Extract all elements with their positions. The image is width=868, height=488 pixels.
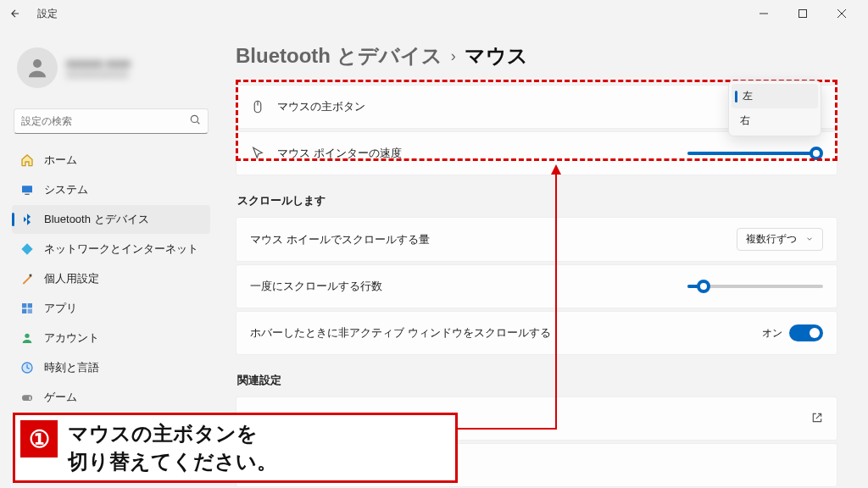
sidebar-item-label: ゲーム: [44, 390, 77, 405]
sidebar-item-label: 時刻と言語: [44, 360, 99, 375]
sidebar-item-home[interactable]: ホーム: [12, 146, 210, 175]
primary-button-option-right[interactable]: 右: [732, 108, 818, 133]
sidebar-item-network[interactable]: ネットワークとインターネット: [12, 235, 210, 263]
svg-rect-9: [30, 274, 32, 277]
gaming-icon: [20, 391, 34, 404]
svg-point-5: [191, 115, 198, 122]
section-title-scroll: スクロールします: [237, 193, 837, 208]
row-label: ホバーしたときに非アクティブ ウィンドウをスクロールする: [250, 325, 750, 341]
avatar: [17, 47, 58, 88]
user-email: XXXXXXXXXX: [66, 69, 131, 80]
title-bar: 設定: [0, 0, 868, 27]
sidebar-item-label: 個人用設定: [44, 271, 99, 286]
breadcrumb-parent[interactable]: Bluetooth とデバイス: [236, 42, 442, 69]
accounts-icon: [20, 331, 34, 345]
system-icon: [20, 183, 34, 197]
cursor-icon: [250, 146, 265, 161]
close-button[interactable]: [822, 0, 861, 27]
maximize-button[interactable]: [783, 0, 822, 27]
section-title-related: 関連設定: [237, 373, 837, 388]
external-link-icon: [811, 412, 823, 426]
sidebar-item-gaming[interactable]: ゲーム: [12, 383, 210, 412]
breadcrumb-current: マウス: [465, 42, 528, 69]
sidebar-item-label: アカウント: [44, 330, 99, 346]
search-input[interactable]: [21, 115, 189, 127]
annotation-text: マウスの主ボタンを 切り替えてください。: [68, 420, 277, 475]
nav-list: ホーム システム Bluetooth とデバイス ネットワークとインターネット …: [7, 142, 215, 445]
chevron-right-icon: ›: [451, 47, 456, 65]
pointer-speed-slider[interactable]: [687, 152, 823, 155]
home-icon: [20, 153, 34, 167]
sidebar-item-time-language[interactable]: 時刻と言語: [12, 353, 210, 382]
toggle-state-label: オン: [762, 326, 782, 341]
svg-rect-12: [22, 309, 26, 313]
row-pointer-speed: マウス ポインターの速度: [236, 131, 837, 175]
sidebar-item-label: アプリ: [44, 301, 77, 316]
hover-scroll-toggle[interactable]: [789, 324, 823, 341]
bluetooth-icon: [20, 213, 34, 226]
sidebar-item-personalization[interactable]: 個人用設定: [12, 264, 210, 293]
breadcrumb: Bluetooth とデバイス › マウス: [236, 42, 837, 69]
sidebar-item-apps[interactable]: アプリ: [12, 294, 210, 323]
user-name: xxxxxx xxxx: [66, 57, 131, 69]
primary-button-option-left[interactable]: 左: [732, 84, 818, 108]
mouse-icon: [250, 99, 265, 114]
svg-point-4: [33, 59, 42, 68]
row-scroll-amount[interactable]: マウス ホイールでスクロールする量 複数行ずつ: [236, 217, 837, 262]
back-button[interactable]: [7, 5, 24, 22]
annotation-callout: ① マウスの主ボタンを 切り替えてください。: [13, 413, 458, 483]
user-block[interactable]: xxxxxx xxxx XXXXXXXXXX: [7, 34, 215, 108]
svg-rect-13: [28, 309, 32, 313]
sidebar-item-bluetooth-devices[interactable]: Bluetooth とデバイス: [12, 205, 210, 234]
sidebar-item-label: システム: [44, 182, 88, 197]
svg-rect-1: [799, 10, 807, 18]
search-icon: [189, 114, 201, 129]
svg-rect-7: [22, 186, 32, 192]
row-label: マウス ホイールでスクロールする量: [250, 232, 725, 247]
time-language-icon: [20, 361, 34, 374]
apps-icon: [20, 302, 34, 315]
lines-per-scroll-slider[interactable]: [687, 285, 823, 288]
row-lines-per-scroll: 一度にスクロールする行数: [236, 264, 837, 308]
chevron-down-icon: [805, 234, 814, 246]
minimize-button[interactable]: [744, 0, 783, 27]
svg-point-17: [29, 396, 31, 398]
svg-point-14: [25, 334, 29, 338]
svg-rect-8: [25, 194, 29, 195]
annotation-step-number: ①: [20, 420, 58, 458]
svg-rect-16: [22, 395, 32, 401]
scroll-amount-dropdown[interactable]: 複数行ずつ: [737, 228, 823, 251]
svg-point-18: [29, 398, 31, 400]
row-label: マウスの主ボタン: [277, 99, 718, 114]
row-label: 一度にスクロールする行数: [250, 279, 676, 294]
svg-rect-11: [28, 303, 32, 308]
svg-line-6: [198, 122, 200, 125]
window-title: 設定: [37, 7, 58, 21]
personalization-icon: [20, 272, 34, 286]
primary-button-dropdown[interactable]: 左 右: [728, 80, 821, 136]
dropdown-value: 複数行ずつ: [746, 232, 797, 247]
sidebar-item-system[interactable]: システム: [12, 175, 210, 204]
sidebar-item-label: ホーム: [44, 152, 77, 168]
network-icon: [20, 242, 34, 256]
sidebar-item-accounts[interactable]: アカウント: [12, 324, 210, 352]
svg-rect-10: [22, 303, 26, 308]
row-label: マウス ポインターの速度: [277, 146, 676, 161]
sidebar-item-label: ネットワークとインターネット: [44, 241, 198, 257]
row-hover-scroll: ホバーしたときに非アクティブ ウィンドウをスクロールする オン: [236, 311, 837, 355]
sidebar-item-label: Bluetooth とデバイス: [44, 212, 149, 227]
search-box[interactable]: [14, 108, 209, 134]
